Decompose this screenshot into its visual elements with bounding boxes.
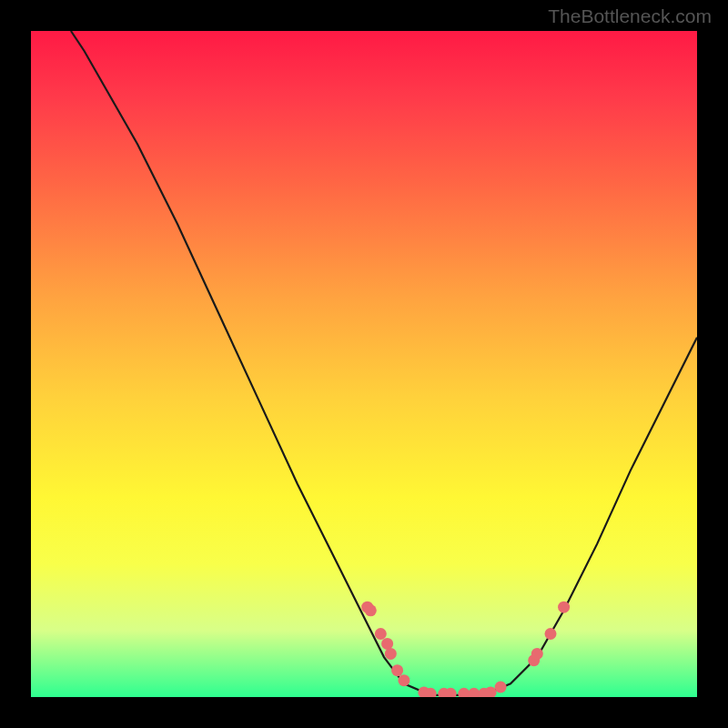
data-dot [531, 648, 543, 660]
data-dot [375, 628, 387, 640]
data-dot [485, 686, 497, 697]
data-dot [468, 688, 480, 697]
data-dot [365, 604, 377, 616]
data-dot [398, 674, 410, 686]
dots-svg [31, 31, 697, 697]
data-dots-group [361, 602, 570, 697]
data-dot [385, 648, 397, 660]
data-dot [391, 664, 403, 676]
data-dot [381, 638, 393, 650]
data-dot [545, 628, 557, 640]
chart-container: TheBottleneck.com [0, 0, 728, 728]
data-dot [458, 688, 470, 697]
data-dot [495, 682, 507, 693]
data-dot [558, 602, 570, 613]
plot-area [31, 31, 697, 697]
watermark-text: TheBottleneck.com [548, 5, 712, 27]
